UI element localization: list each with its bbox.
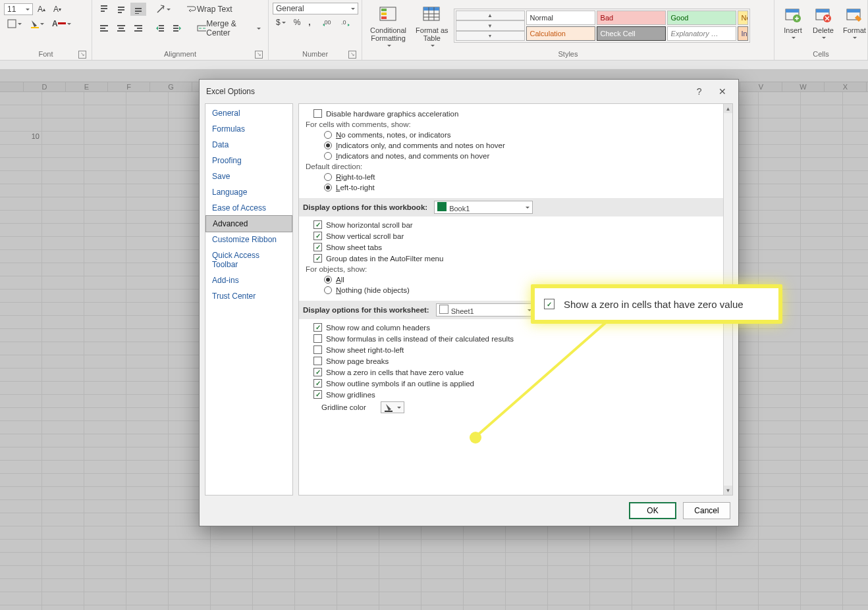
workbook-selector[interactable]: Book1 bbox=[434, 201, 533, 214]
increase-indent-icon[interactable] bbox=[169, 22, 185, 35]
comments-radio-2[interactable] bbox=[324, 152, 332, 160]
nav-proofing[interactable]: Proofing bbox=[205, 153, 292, 168]
direction-label-0: Right-to-left bbox=[336, 173, 375, 181]
svg-text:.0: .0 bbox=[341, 19, 346, 26]
comments-label: For cells with comments, show: bbox=[306, 119, 718, 130]
alignment-dialog-launcher[interactable]: ↘ bbox=[255, 51, 263, 59]
decrease-font-icon[interactable]: A▾ bbox=[50, 3, 65, 16]
style-calculation[interactable]: Calculation bbox=[526, 26, 595, 41]
direction-radio-1[interactable] bbox=[324, 184, 332, 191]
close-icon[interactable]: ✕ bbox=[712, 84, 733, 99]
percent-format-icon[interactable]: % bbox=[290, 16, 304, 29]
comments-radio-0[interactable] bbox=[324, 131, 332, 139]
nav-formulas[interactable]: Formulas bbox=[205, 121, 292, 137]
disable-hw-label: Disable hardware graphics acceleration bbox=[326, 110, 458, 118]
insert-cells-button[interactable]: Insert bbox=[778, 3, 807, 41]
nav-advanced[interactable]: Advanced bbox=[205, 215, 292, 232]
gridline-color-button[interactable] bbox=[381, 401, 404, 413]
worksheet-opt-checkbox-6[interactable] bbox=[313, 390, 322, 399]
accounting-format-icon[interactable]: $ bbox=[273, 16, 289, 29]
worksheet-opt-checkbox-0[interactable] bbox=[313, 323, 322, 332]
increase-font-icon[interactable]: A▴ bbox=[34, 3, 49, 16]
font-color-icon[interactable]: A bbox=[49, 17, 74, 30]
workbook-opt-checkbox-0[interactable] bbox=[313, 220, 322, 229]
ok-button[interactable]: OK bbox=[629, 502, 676, 519]
cell-styles-gallery[interactable]: NormalBadGoodNeutralCalculationCheck Cel… bbox=[454, 9, 750, 43]
align-middle-icon[interactable] bbox=[113, 3, 129, 16]
worksheet-selector[interactable]: Sheet1 bbox=[436, 303, 535, 317]
svg-rect-0 bbox=[8, 20, 16, 28]
svg-rect-47 bbox=[847, 9, 860, 13]
wrap-text-button[interactable]: Wrap Text bbox=[183, 3, 236, 16]
font-dialog-launcher[interactable]: ↘ bbox=[78, 51, 86, 59]
orientation-icon[interactable] bbox=[153, 3, 174, 16]
nav-trust-center[interactable]: Trust Center bbox=[205, 288, 292, 304]
svg-rect-16 bbox=[119, 28, 124, 29]
nav-ease-of-access[interactable]: Ease of Access bbox=[205, 200, 292, 216]
number-dialog-launcher[interactable]: ↘ bbox=[348, 51, 356, 59]
gallery-more-icon[interactable]: ▾ bbox=[456, 31, 525, 41]
nav-save[interactable]: Save bbox=[205, 168, 292, 184]
style-input[interactable]: Input bbox=[738, 26, 748, 41]
workbook-opt-checkbox-2[interactable] bbox=[313, 243, 322, 251]
nav-customize-ribbon[interactable]: Customize Ribbon bbox=[205, 232, 292, 247]
nav-add-ins[interactable]: Add-ins bbox=[205, 272, 292, 288]
help-icon[interactable]: ? bbox=[689, 84, 710, 99]
workbook-opt-checkbox-1[interactable] bbox=[313, 232, 322, 240]
delete-cells-button[interactable]: Delete bbox=[809, 3, 838, 41]
cancel-button[interactable]: Cancel bbox=[683, 502, 730, 519]
fill-color-icon[interactable] bbox=[26, 17, 47, 30]
worksheet-opt-label-0: Show row and column headers bbox=[326, 324, 430, 332]
style-check-cell[interactable]: Check Cell bbox=[597, 26, 666, 41]
objects-radio-0[interactable] bbox=[324, 276, 332, 284]
style-good[interactable]: Good bbox=[667, 11, 736, 25]
style-explanatory-[interactable]: Explanatory … bbox=[667, 26, 736, 41]
align-bottom-icon[interactable] bbox=[130, 3, 146, 16]
worksheet-opt-checkbox-3[interactable] bbox=[313, 357, 322, 365]
gallery-down-icon[interactable]: ▼ bbox=[456, 20, 525, 30]
direction-radio-0[interactable] bbox=[324, 173, 332, 181]
nav-quick-access-toolbar[interactable]: Quick Access Toolbar bbox=[205, 247, 292, 272]
worksheet-opt-label-4: Show a zero in cells that have zero valu… bbox=[326, 369, 464, 376]
svg-rect-3 bbox=[101, 5, 107, 7]
align-top-icon[interactable] bbox=[96, 3, 112, 16]
conditional-formatting-button[interactable]: Conditional Formatting bbox=[366, 3, 410, 49]
decrease-indent-icon[interactable] bbox=[152, 22, 168, 35]
nav-general[interactable]: General bbox=[205, 105, 292, 121]
format-cells-button[interactable]: Format bbox=[839, 3, 868, 41]
workbook-opt-checkbox-3[interactable] bbox=[313, 254, 322, 263]
disable-hw-checkbox[interactable] bbox=[313, 109, 322, 118]
align-center-icon[interactable] bbox=[113, 22, 129, 35]
align-right-icon[interactable] bbox=[130, 22, 146, 35]
style-normal[interactable]: Normal bbox=[526, 11, 595, 25]
font-size-combo[interactable]: 11 bbox=[4, 3, 33, 15]
number-format-combo[interactable]: General bbox=[273, 3, 358, 14]
gallery-up-icon[interactable]: ▲ bbox=[456, 11, 525, 20]
nav-language[interactable]: Language bbox=[205, 184, 292, 200]
worksheet-opt-checkbox-1[interactable] bbox=[313, 334, 322, 343]
callout-text: Show a zero in cells that have zero valu… bbox=[564, 299, 744, 310]
svg-rect-9 bbox=[135, 8, 142, 9]
style-bad[interactable]: Bad bbox=[597, 11, 666, 25]
style-neutral[interactable]: Neutral bbox=[738, 11, 748, 25]
worksheet-opt-checkbox-2[interactable] bbox=[313, 345, 322, 354]
align-left-icon[interactable] bbox=[96, 22, 112, 35]
borders-icon[interactable] bbox=[4, 17, 25, 30]
svg-rect-19 bbox=[137, 28, 142, 29]
comma-format-icon[interactable]: , bbox=[305, 16, 313, 29]
worksheet-opt-checkbox-4[interactable] bbox=[313, 368, 322, 376]
svg-rect-32 bbox=[381, 13, 387, 15]
nav-data[interactable]: Data bbox=[205, 137, 292, 153]
increase-decimal-icon[interactable]: .00 bbox=[319, 16, 337, 29]
svg-rect-33 bbox=[381, 16, 387, 19]
objects-radio-1[interactable] bbox=[324, 286, 332, 294]
decrease-decimal-icon[interactable]: .0 bbox=[338, 16, 355, 29]
format-as-table-button[interactable]: Format as Table bbox=[412, 3, 452, 49]
svg-rect-25 bbox=[173, 28, 178, 29]
merge-center-button[interactable]: Merge & Center bbox=[194, 17, 264, 39]
dialog-title: Excel Options bbox=[206, 87, 255, 96]
comments-radio-1[interactable] bbox=[324, 141, 332, 149]
worksheet-opt-checkbox-5[interactable] bbox=[313, 379, 322, 388]
svg-rect-48 bbox=[385, 411, 393, 412]
svg-rect-18 bbox=[134, 25, 142, 26]
